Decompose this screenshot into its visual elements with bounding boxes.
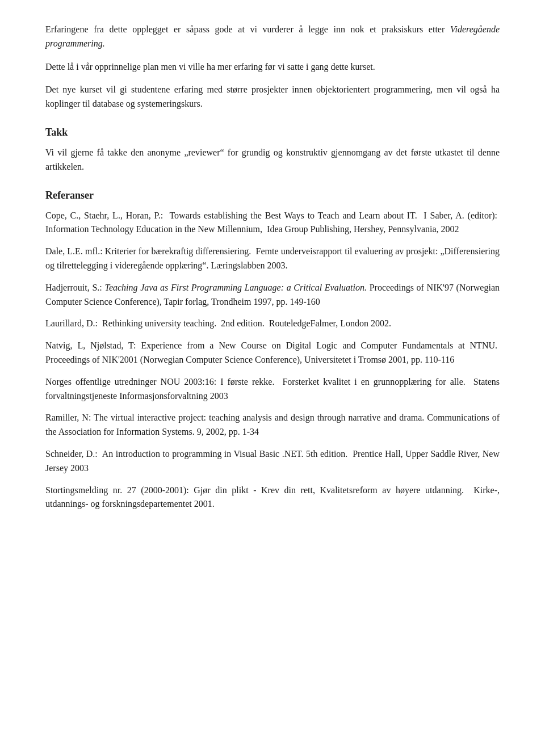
reference-item-8: Schneider, D.: An introduction to progra… (45, 447, 500, 476)
reference-item-5: Natvig, L, Njølstad, T: Experience from … (45, 339, 500, 367)
main-content: Erfaringene fra dette opplegget er såpas… (45, 23, 500, 511)
reference-item-3: Hadjerrouit, S.: Teaching Java as First … (45, 281, 500, 309)
reference-text-9: Stortingsmelding nr. 27 (2000-2001): Gjø… (45, 484, 500, 512)
reference-text-1: Cope, C., Staehr, L., Horan, P.: Towards… (45, 209, 500, 237)
intro-paragraph-1: Erfaringene fra dette opplegget er såpas… (45, 23, 500, 51)
reference-text-7: Ramiller, N: The virtual interactive pro… (45, 411, 500, 439)
paragraph-text-2: Dette lå i vår opprinnelige plan men vi … (45, 60, 500, 74)
reference-item-9: Stortingsmelding nr. 27 (2000-2001): Gjø… (45, 484, 500, 512)
reference-text-2: Dale, L.E. mfl.: Kriterier for bærekraft… (45, 245, 500, 273)
intro-paragraph-2: Dette lå i vår opprinnelige plan men vi … (45, 60, 500, 74)
reference-text-6: Norges offentlige utredninger NOU 2003:1… (45, 375, 500, 404)
reference-item-6: Norges offentlige utredninger NOU 2003:1… (45, 375, 500, 404)
reference-text-3: Hadjerrouit, S.: Teaching Java as First … (45, 281, 500, 309)
reference-text-5: Natvig, L, Njølstad, T: Experience from … (45, 339, 500, 367)
reference-text-4: Laurillard, D.: Rethinking university te… (45, 317, 500, 331)
reference-item-2: Dale, L.E. mfl.: Kriterier for bærekraft… (45, 245, 500, 273)
takk-heading: Takk (45, 125, 500, 140)
reference-text-8: Schneider, D.: An introduction to progra… (45, 447, 500, 476)
takk-text: Vi vil gjerne få takke den anonyme „revi… (45, 146, 500, 174)
reference-item-1: Cope, C., Staehr, L., Horan, P.: Towards… (45, 209, 500, 237)
takk-section: Takk Vi vil gjerne få takke den anonyme … (45, 125, 500, 174)
paragraph-text-3: Det nye kurset vil gi studentene erfarin… (45, 83, 500, 111)
paragraph-text-1: Erfaringene fra dette opplegget er såpas… (45, 23, 500, 51)
reference-item-7: Ramiller, N: The virtual interactive pro… (45, 411, 500, 439)
referanser-heading: Referanser (45, 188, 500, 203)
reference-item-4: Laurillard, D.: Rethinking university te… (45, 317, 500, 331)
intro-paragraph-3: Det nye kurset vil gi studentene erfarin… (45, 83, 500, 111)
referanser-section: Referanser Cope, C., Staehr, L., Horan, … (45, 188, 500, 512)
